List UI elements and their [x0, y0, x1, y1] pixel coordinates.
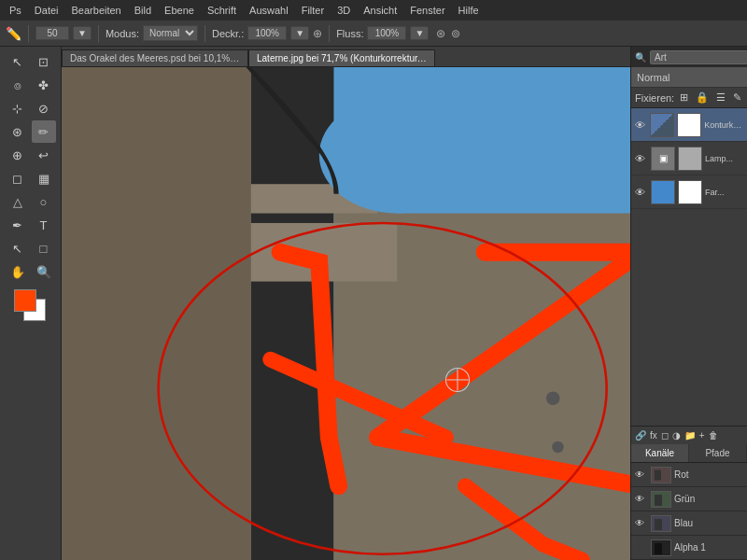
foreground-color-swatch[interactable]: [14, 289, 36, 312]
folder-icon[interactable]: 📁: [684, 430, 696, 441]
channel-eye-blau[interactable]: 👁: [635, 518, 648, 528]
layer-item-1[interactable]: 👁 Konturkorr.: [631, 108, 747, 142]
tool-row-10: ✋ 🔍: [6, 260, 56, 283]
brush-size-input[interactable]: [35, 26, 69, 40]
menu-fenster[interactable]: Fenster: [404, 3, 450, 18]
menu-schrift[interactable]: Schrift: [202, 3, 242, 18]
menu-ebene[interactable]: Ebene: [159, 3, 200, 18]
tab-2[interactable]: Laterne.jpg bei 71,7% (Konturkorrektur, …: [248, 49, 435, 66]
gradient-tool[interactable]: ▦: [32, 167, 56, 189]
modus-select[interactable]: Normal: [143, 25, 198, 41]
channel-item-gruen[interactable]: 👁 Grün: [631, 487, 747, 511]
clone-tool[interactable]: ⊕: [6, 144, 30, 166]
fx-button[interactable]: fx: [650, 430, 657, 441]
tool-row-3: ⊹ ⊘: [6, 97, 56, 119]
lock-transparent-icon[interactable]: ☰: [714, 91, 727, 105]
pen-tool[interactable]: ✒: [6, 214, 30, 236]
menu-hilfe[interactable]: Hilfe: [453, 3, 485, 18]
deckraft-input[interactable]: [247, 26, 287, 40]
dodge-tool[interactable]: ○: [32, 190, 56, 213]
lock-all-icon[interactable]: 🔒: [694, 91, 711, 105]
channel-eye-rot[interactable]: 👁: [635, 469, 648, 480]
layer-visibility-2[interactable]: 👁: [635, 153, 648, 164]
channel-eye-alpha1[interactable]: 👁: [635, 542, 648, 553]
channels-tab[interactable]: Kanäle: [631, 444, 689, 462]
channel-eye-gruen[interactable]: 👁: [635, 494, 648, 504]
separator3: [204, 25, 205, 42]
menu-datei[interactable]: Datei: [29, 3, 64, 18]
select-tool[interactable]: ⊡: [32, 50, 56, 73]
channel-thumb-rot: [651, 467, 671, 483]
tool-row-7: △ ○: [6, 190, 56, 213]
menu-ansicht[interactable]: Ansicht: [358, 3, 402, 18]
svg-rect-4: [251, 67, 334, 560]
quick-select-tool[interactable]: ✤: [32, 74, 56, 96]
menu-bild[interactable]: Bild: [129, 3, 157, 18]
options-icon1[interactable]: ⊛: [436, 27, 445, 40]
brush-tool[interactable]: ✏: [32, 120, 56, 143]
paths-tab[interactable]: Pfade: [689, 444, 747, 462]
normal-blend-mode-display[interactable]: Normal: [631, 67, 747, 88]
canvas-area: Das Orakel des Meeres.psd bei 10,1% (Hin…: [62, 47, 630, 560]
type-tool[interactable]: T: [32, 214, 56, 236]
tool-row-1: ↖ ⊡: [6, 50, 56, 73]
zoom-tool[interactable]: 🔍: [32, 260, 56, 283]
channel-item-rot[interactable]: 👁 Rot: [631, 463, 747, 487]
tool-row-6: ◻ ▦: [6, 167, 56, 189]
layer-visibility-1[interactable]: 👁: [635, 119, 647, 131]
airbrush-icon[interactable]: ⊕: [313, 27, 322, 40]
shape-tool[interactable]: □: [32, 237, 56, 259]
main-area: ↖ ⊡ ⌾ ✤ ⊹ ⊘ ⊛ ✏ ⊕ ↩ ◻ ▦ △ ○ ✒ T: [0, 47, 747, 560]
layer-item-2[interactable]: 👁 ▣ Lamp...: [631, 142, 747, 175]
channel-item-alpha1[interactable]: 👁 Alpha 1: [631, 536, 747, 560]
tab-1[interactable]: Das Orakel des Meeres.psd bei 10,1% (Hin…: [62, 49, 248, 66]
channel-item-blau[interactable]: 👁 Blau: [631, 511, 747, 536]
layer-name-1: Konturkorr.: [704, 120, 743, 130]
lasso-tool[interactable]: ⌾: [6, 74, 30, 96]
svg-rect-24: [655, 543, 662, 554]
new-layer-icon[interactable]: +: [699, 430, 705, 441]
layer-mask-3: [678, 180, 702, 204]
toolbox: ↖ ⊡ ⌾ ✤ ⊹ ⊘ ⊛ ✏ ⊕ ↩ ◻ ▦ △ ○ ✒ T: [0, 47, 62, 560]
channels-tabs-bar: Kanäle Pfade: [631, 444, 747, 463]
tool-row-2: ⌾ ✤: [6, 74, 56, 96]
svg-rect-1: [319, 67, 630, 262]
options-icon2[interactable]: ⊚: [451, 27, 460, 40]
lock-position-icon[interactable]: ⊞: [678, 91, 690, 105]
path-select-tool[interactable]: ↖: [6, 237, 30, 259]
menu-filter[interactable]: Filter: [296, 3, 330, 18]
svg-point-13: [159, 223, 607, 554]
menu-bearbeiten[interactable]: Bearbeiten: [66, 3, 127, 18]
menu-3d[interactable]: 3D: [331, 3, 356, 18]
fluss-input[interactable]: [367, 26, 406, 40]
eraser-tool[interactable]: ◻: [6, 167, 30, 189]
spot-heal-tool[interactable]: ⊛: [6, 120, 30, 143]
modus-label: Modus:: [106, 28, 139, 39]
channel-thumb-alpha1: [651, 539, 671, 556]
delete-layer-icon[interactable]: 🗑: [709, 430, 718, 441]
eyedrop-tool[interactable]: ⊘: [32, 97, 56, 119]
history-tool[interactable]: ↩: [32, 144, 56, 166]
link-icon[interactable]: 🔗: [635, 430, 646, 441]
deckraft-button[interactable]: ▼: [290, 26, 309, 40]
layer-visibility-3[interactable]: 👁: [635, 187, 648, 198]
svg-rect-7: [251, 184, 378, 213]
channel-name-blau: Blau: [674, 518, 693, 528]
search-icon: 🔍: [635, 52, 646, 63]
menu-auswahl[interactable]: Auswahl: [244, 3, 294, 18]
move-tool[interactable]: ↖: [6, 50, 30, 73]
layer-item-3[interactable]: 👁 Far...: [631, 175, 747, 209]
add-mask-icon[interactable]: ◻: [661, 430, 669, 441]
search-input[interactable]: [650, 50, 747, 64]
tool-row-5: ⊕ ↩: [6, 144, 56, 166]
image-canvas[interactable]: [62, 67, 630, 560]
menu-ps[interactable]: Ps: [4, 3, 27, 18]
blur-tool[interactable]: △: [6, 190, 30, 213]
lock-paint-icon[interactable]: ✎: [731, 91, 743, 105]
adjustment-icon[interactable]: ◑: [672, 430, 681, 441]
hand-tool[interactable]: ✋: [6, 260, 30, 283]
fluss-button[interactable]: ▼: [410, 26, 429, 40]
crop-tool[interactable]: ⊹: [6, 97, 30, 119]
brush-size-button[interactable]: ▼: [73, 26, 92, 40]
brush-tool-icon[interactable]: ✏️: [6, 26, 21, 41]
